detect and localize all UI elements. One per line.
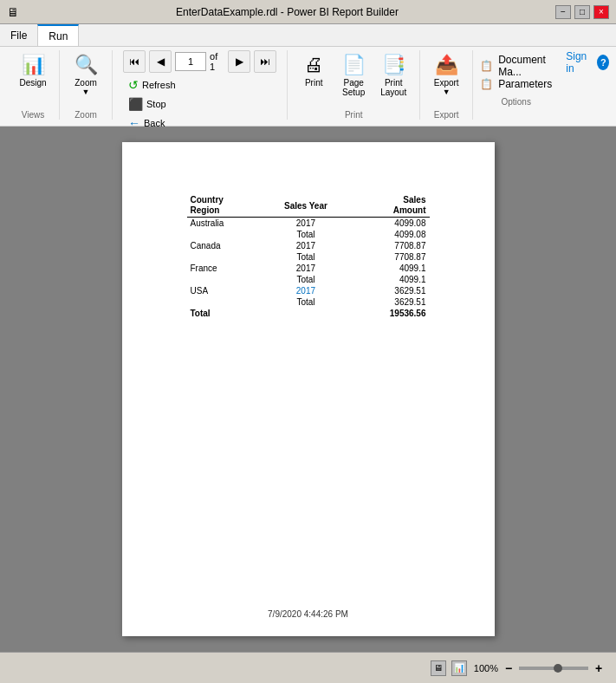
table-row: France 2017 4099.1 [187,263,430,274]
cell-country: Canada [187,240,261,251]
previous-button[interactable]: ◀ [149,50,172,73]
cell-country [187,251,261,263]
cell-country [187,229,261,240]
design-button[interactable]: 📊 Design [14,50,52,91]
title-bar-left: 🖥 [7,5,19,19]
cell-country [187,274,261,285]
export-label: Export [434,78,459,88]
ribbon-group-navigation: ⏮ ◀ of 1 ▶ ⏭ ↺ Refresh ⬛ [113,50,288,120]
print-group-label: Print [345,107,363,120]
page-setup-icon: 📄 [342,54,366,76]
print-content: 🖨 Print 📄 PageSetup 📑 PrintLayout [295,50,412,107]
menu-file[interactable]: File [0,24,37,46]
nav-small-btns: ↺ Refresh ⬛ Stop ← Back [123,76,181,132]
table-row: Total 4099.1 [187,274,430,285]
header-country-region: CountryRegion [187,194,261,218]
maximize-button[interactable]: □ [574,5,590,19]
status-icon-1: 🖥 [431,660,446,676]
table-row-grand-total: Total 19536.56 [187,308,430,319]
zoom-minus-button[interactable]: − [502,661,515,675]
export-content: 📤 Export ▼ [427,50,465,107]
cell-grand-total-label: Total [187,308,261,319]
status-bar: 🖥 📊 100% − + [0,652,616,683]
refresh-button[interactable]: ↺ Refresh [123,76,181,94]
print-layout-icon: 📑 [382,54,405,76]
page-setup-button[interactable]: 📄 PageSetup [334,50,373,101]
ribbon-group-zoom: 🔍 Zoom ▼ Zoom [60,50,113,120]
status-icon-2: 📊 [451,660,467,676]
cell-country: USA [187,285,261,296]
views-group-label: Views [22,107,45,120]
export-button[interactable]: 📤 Export ▼ [427,50,465,100]
design-icon: 📊 [22,54,45,76]
refresh-icon: ↺ [128,78,139,92]
export-icon: 📤 [435,54,458,76]
zoom-icon: 🔍 [75,54,98,76]
header-sales-year: Sales Year [261,194,352,218]
cell-amount: 4099.08 [351,229,429,240]
stop-label: Stop [146,99,166,109]
print-layout-button[interactable]: 📑 PrintLayout [374,50,412,101]
stop-button[interactable]: ⬛ Stop [123,95,181,113]
report-page: CountryRegion Sales Year SalesAmount Aus… [122,142,495,636]
parameters-icon: 📋 [480,78,493,90]
help-button[interactable]: ? [597,55,609,70]
cell-country: Australia [187,218,261,230]
table-row: Total 4099.08 [187,229,430,240]
first-button[interactable]: ⏮ [123,50,146,73]
zoom-control: 100% − + [474,661,606,675]
cell-amount: 7708.87 [351,251,429,263]
ribbon: 📊 Design Views 🔍 Zoom ▼ Zoom ⏮ [0,47,616,127]
cell-year: 2017 [261,263,352,274]
cell-total-label: Total [261,296,352,308]
zoom-dropdown-icon: ▼ [82,88,90,96]
print-button[interactable]: 🖨 Print [295,50,333,91]
document-map-button[interactable]: 📋 Document Ma... [480,54,552,78]
minimize-button[interactable]: − [555,5,571,19]
report-footer: 7/9/2020 4:44:26 PM [122,609,495,636]
report-content: CountryRegion Sales Year SalesAmount Aus… [122,142,495,609]
ribbon-group-export: 📤 Export ▼ Export [420,50,473,120]
cell-amount: 7708.87 [351,240,429,251]
stop-icon: ⬛ [128,97,143,111]
next-button[interactable]: ▶ [228,50,250,73]
zoom-percent: 100% [474,663,498,673]
table-row: Australia 2017 4099.08 [187,218,430,230]
zoom-plus-button[interactable]: + [592,661,606,675]
report-table: CountryRegion Sales Year SalesAmount Aus… [187,194,430,319]
table-row: Total 3629.51 [187,296,430,308]
views-content: 📊 Design [14,50,52,107]
app-icon: 🖥 [7,5,19,19]
cell-total-label: Total [261,274,352,285]
parameters-button[interactable]: 📋 Parameters [480,78,552,90]
cell-amount: 3629.51 [351,285,429,296]
refresh-label: Refresh [142,80,176,90]
zoom-button[interactable]: 🔍 Zoom ▼ [67,50,105,100]
app-wrapper: 🖥 EnterDataExample.rdl - Power BI Report… [0,0,616,683]
ribbon-group-print: 🖨 Print 📄 PageSetup 📑 PrintLayout Print [288,50,420,120]
options-group-label: Options [480,94,552,107]
design-label: Design [19,78,46,88]
print-label: Print [305,78,323,88]
cell-amount: 4099.1 [351,274,429,285]
signin-button[interactable]: Sign in [566,50,590,75]
main-area: CountryRegion Sales Year SalesAmount Aus… [0,127,616,652]
page-of-label: of 1 [210,51,224,72]
export-group-label: Export [434,107,459,120]
cell-amount: 3629.51 [351,296,429,308]
cell-country: France [187,263,261,274]
menu-run[interactable]: Run [37,24,79,46]
page-number-input[interactable] [175,52,206,71]
last-button[interactable]: ⏭ [254,50,276,73]
close-button[interactable]: × [593,5,609,19]
ribbon-options-area: 📋 Document Ma... 📋 Parameters Options [473,50,559,110]
zoom-slider[interactable] [519,667,588,670]
title-bar: 🖥 EnterDataExample.rdl - Power BI Report… [0,0,616,24]
navigation-content: ⏮ ◀ of 1 ▶ ⏭ ↺ Refresh ⬛ [123,50,276,132]
page-setup-label: PageSetup [342,78,365,97]
cell-grand-total-year [261,308,352,319]
cell-total-label: Total [261,229,352,240]
print-layout-label: PrintLayout [380,78,406,97]
table-row: USA 2017 3629.51 [187,285,430,296]
table-row: Total 7708.87 [187,251,430,263]
